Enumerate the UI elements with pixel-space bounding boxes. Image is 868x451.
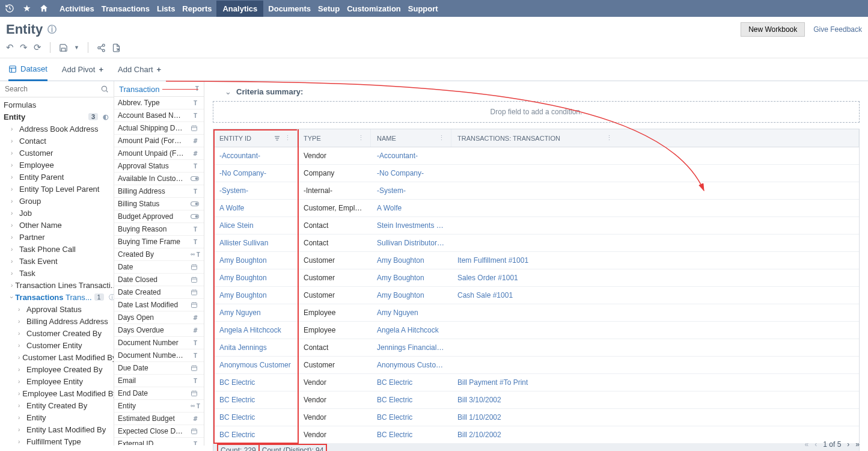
tree-subitem[interactable]: ›Employee Created By xyxy=(0,363,114,375)
cell-name[interactable]: Amy Boughton xyxy=(371,291,451,299)
table-row[interactable]: Amy BoughtonCustomerAmy BoughtonSales Or… xyxy=(213,269,859,287)
tree-item[interactable]: ›Group xyxy=(0,195,114,207)
column-menu-icon[interactable]: ⋮ xyxy=(358,134,364,142)
info-icon[interactable]: ⓘ xyxy=(47,24,57,35)
page-last-icon[interactable]: » xyxy=(855,440,860,449)
field-item[interactable]: Buying Time FrameT xyxy=(114,236,204,248)
cell-entity-id[interactable]: Amy Boughton xyxy=(213,274,298,282)
grid-body[interactable]: -Accountant-Vendor-Accountant--No Compan… xyxy=(213,147,859,444)
star-icon[interactable]: ★ xyxy=(23,3,31,14)
cell-transaction[interactable]: Bill Payment #To Print xyxy=(451,378,859,387)
search-icon[interactable] xyxy=(100,85,109,93)
nav-support[interactable]: Support xyxy=(406,1,441,17)
tree-subitem[interactable]: ›Employee Last Modified By xyxy=(0,387,114,399)
nav-analytics[interactable]: Analytics xyxy=(216,1,263,17)
cell-name[interactable]: Angela A Hitchcock xyxy=(371,326,451,334)
cell-entity-id[interactable]: BC Electric xyxy=(213,413,298,422)
field-item[interactable]: Estimated Budget# xyxy=(114,413,204,425)
cell-entity-id[interactable]: BC Electric xyxy=(213,378,298,387)
tree-item[interactable]: ›Entity Parent xyxy=(0,171,114,183)
column-menu-icon[interactable]: ⋮ xyxy=(438,134,445,142)
tab-dataset[interactable]: Dataset xyxy=(8,64,47,81)
page-prev-icon[interactable]: ‹ xyxy=(815,440,817,449)
table-row[interactable]: BC ElectricVendorBC ElectricBill 1/10/20… xyxy=(213,409,859,426)
tree-item[interactable]: ›Contact xyxy=(0,135,114,147)
column-header-type[interactable]: TYPE ⋮ xyxy=(298,129,371,147)
cell-entity-id[interactable]: -System- xyxy=(213,186,298,195)
field-item[interactable]: Billing Status xyxy=(114,198,204,210)
field-item[interactable]: Approval StatusT xyxy=(114,160,204,173)
field-item[interactable]: Abbrev. TypeT xyxy=(114,97,204,109)
cell-entity-id[interactable]: A Wolfe xyxy=(213,204,298,212)
tree-subitem[interactable]: ›Customer Entity xyxy=(0,339,114,351)
tree-item[interactable]: ›Transaction Lines Transacti... xyxy=(0,279,114,291)
tree-entity[interactable]: Entity3◐ xyxy=(0,111,114,123)
table-row[interactable]: Amy BoughtonCustomerAmy BoughtonCash Sal… xyxy=(213,287,859,304)
nav-transactions[interactable]: Transactions xyxy=(99,1,152,17)
export-icon[interactable] xyxy=(112,43,121,52)
field-item[interactable]: Date Last Modified xyxy=(114,299,204,311)
cell-name[interactable]: -No Company- xyxy=(371,169,451,177)
field-item[interactable]: Days Open# xyxy=(114,311,204,324)
fields-header[interactable]: Transaction T xyxy=(114,81,204,97)
tab-add-pivot[interactable]: Add Pivot + xyxy=(62,65,103,80)
table-row[interactable]: BC ElectricVendorBC ElectricBill 2/10/20… xyxy=(213,426,859,444)
table-row[interactable]: Anonymous CustomerCustomerAnonymous Cust… xyxy=(213,357,859,374)
field-item[interactable]: End Date xyxy=(114,387,204,400)
chevron-down-icon[interactable]: ▼ xyxy=(74,44,79,51)
tree-transactions[interactable]: ›Transactions Trans...1ⓘ xyxy=(0,291,114,303)
field-item[interactable]: Amount Unpaid (For...# xyxy=(114,147,204,160)
cell-entity-id[interactable]: Amy Boughton xyxy=(213,256,298,265)
field-item[interactable]: External IDT xyxy=(114,438,204,445)
criteria-dropzone[interactable]: Drop field to add a condition. xyxy=(213,101,860,123)
table-row[interactable]: -System--Internal--System- xyxy=(213,182,859,200)
tree-item[interactable]: ›Address Book Address xyxy=(0,123,114,135)
history-icon[interactable] xyxy=(5,4,14,13)
criteria-collapse-icon[interactable]: ⌄ xyxy=(225,87,231,96)
tree-item[interactable]: ›Employee xyxy=(0,159,114,171)
cell-entity-id[interactable]: Amy Boughton xyxy=(213,291,298,299)
cell-entity-id[interactable]: Amy Nguyen xyxy=(213,308,298,317)
cell-transaction[interactable]: Sales Order #1001 xyxy=(451,274,859,282)
home-icon[interactable] xyxy=(39,4,49,13)
field-item[interactable]: Days Overdue# xyxy=(114,324,204,337)
table-row[interactable]: Alice SteinContactStein Investments : Al… xyxy=(213,217,859,235)
field-item[interactable]: EmailT xyxy=(114,375,204,387)
refresh-icon[interactable]: ⟳ xyxy=(34,42,41,53)
cell-transaction[interactable]: Cash Sale #1001 xyxy=(451,291,859,299)
tree-item[interactable]: ›Other Name xyxy=(0,219,114,231)
search-input[interactable] xyxy=(5,85,100,93)
cell-name[interactable]: A Wolfe xyxy=(371,204,451,212)
tree-formulas[interactable]: Formulas xyxy=(0,99,114,111)
sort-icon[interactable] xyxy=(274,135,281,142)
tree-subitem[interactable]: ›Entity Last Modified By xyxy=(0,423,114,435)
field-item[interactable]: Document Number/IDT xyxy=(114,349,204,362)
column-menu-icon[interactable]: ⋮ xyxy=(606,134,613,142)
tree-subitem[interactable]: ›Customer Last Modified By xyxy=(0,351,114,363)
table-row[interactable]: A WolfeCustomer, EmployeeA Wolfe xyxy=(213,200,859,217)
cell-entity-id[interactable]: Alice Stein xyxy=(213,221,298,230)
tree-subitem[interactable]: ›Entity Created By xyxy=(0,399,114,411)
tree-item[interactable]: ›Task Event xyxy=(0,255,114,267)
field-item[interactable]: Available In Custome... xyxy=(114,173,204,185)
tree-item[interactable]: ›Job xyxy=(0,207,114,219)
new-workbook-button[interactable]: New Workbook xyxy=(741,22,805,37)
table-row[interactable]: Amy NguyenEmployeeAmy Nguyen xyxy=(213,304,859,322)
field-item[interactable]: Due Date xyxy=(114,362,204,375)
field-item[interactable]: Expected Close Date xyxy=(114,425,204,438)
field-item[interactable]: Buying ReasonT xyxy=(114,223,204,236)
page-next-icon[interactable]: › xyxy=(847,440,849,449)
tree-subitem[interactable]: ›Customer Created By xyxy=(0,327,114,339)
cell-name[interactable]: Amy Boughton xyxy=(371,274,451,282)
field-item[interactable]: Date Closed xyxy=(114,274,204,286)
column-header-entity-id[interactable]: ENTITY ID ⋮ xyxy=(213,129,298,147)
nav-lists[interactable]: Lists xyxy=(154,1,177,17)
cell-name[interactable]: BC Electric xyxy=(371,431,451,439)
table-row[interactable]: Angela A HitchcockEmployeeAngela A Hitch… xyxy=(213,322,859,339)
cell-transaction[interactable]: Item Fulfillment #1001 xyxy=(451,256,859,265)
cell-name[interactable]: -System- xyxy=(371,186,451,195)
column-header-transactions[interactable]: TRANSACTIONS: TRANSACTION ⋮ xyxy=(451,129,859,147)
table-row[interactable]: Amy BoughtonCustomerAmy BoughtonItem Ful… xyxy=(213,252,859,269)
tree-subitem[interactable]: ›Employee Entity xyxy=(0,375,114,387)
tree-item[interactable]: ›Partner xyxy=(0,231,114,243)
